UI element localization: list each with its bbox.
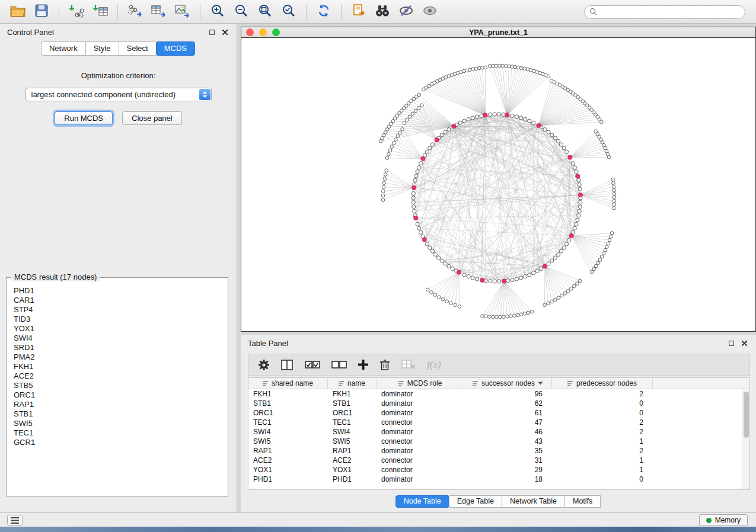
tab-node-table[interactable]: Node Table (395, 495, 449, 508)
table-row[interactable]: YOX1YOX1connector291 (248, 465, 749, 475)
table-row[interactable]: FKH1FKH1dominator962 (248, 389, 749, 399)
close-panel-icon[interactable] (739, 338, 749, 348)
control-panel: Control Panel Network Style Select MCDS … (0, 24, 237, 512)
show-panels-button[interactable] (7, 515, 23, 525)
zoom-in-icon (210, 4, 225, 20)
table-cell: PHD1 (328, 475, 377, 483)
column-header-mcds-role[interactable]: MCDS role (377, 378, 464, 389)
table-row[interactable]: SWI4SWI4dominator462 (248, 427, 749, 437)
column-header-shared-name[interactable]: shared name (248, 378, 328, 389)
mcds-result-item[interactable]: STB5 (14, 381, 228, 390)
delete-column-button[interactable] (379, 359, 390, 371)
mcds-result-item[interactable]: TID3 (14, 315, 228, 324)
tab-network[interactable]: Network (41, 41, 86, 56)
tab-mcds[interactable]: MCDS (156, 41, 195, 56)
table-row[interactable]: STB1STB1dominator620 (248, 399, 749, 408)
close-panel-button[interactable]: Close panel (122, 111, 182, 125)
zoom-fit-button[interactable] (253, 2, 277, 21)
add-column-button[interactable] (358, 360, 368, 370)
sort-icon (339, 380, 344, 386)
table-cell: dominator (377, 409, 464, 417)
mcds-result-item[interactable]: TEC1 (14, 428, 228, 438)
float-panel-icon[interactable] (726, 338, 736, 348)
table-cell: dominator (377, 390, 464, 398)
mcds-result-item[interactable]: PHD1 (14, 286, 228, 296)
window-maximize-icon[interactable] (272, 28, 280, 36)
table-row[interactable]: TEC1TEC1connector472 (248, 418, 749, 427)
save-session-button[interactable] (30, 2, 53, 21)
table-row[interactable]: SWI5SWI5connector431 (248, 437, 749, 446)
close-panel-icon[interactable] (220, 27, 229, 37)
tab-style[interactable]: Style (85, 41, 119, 56)
refresh-button[interactable] (312, 2, 336, 21)
mcds-result-item[interactable]: SWI5 (14, 419, 228, 428)
mcds-result-item[interactable]: PMA2 (14, 352, 228, 362)
table-row[interactable]: PHD1PHD1dominator180 (248, 475, 749, 484)
mcds-result-item[interactable]: STB1 (14, 409, 228, 419)
desktop-background (0, 527, 756, 532)
column-header-predecessor-nodes[interactable]: predecessor nodes (552, 378, 653, 389)
mcds-result-item[interactable]: FKH1 (14, 362, 228, 371)
table-scrollbar[interactable] (742, 389, 749, 489)
mcds-result-item[interactable]: GCR1 (14, 438, 228, 447)
hide-graphics-details-button[interactable] (394, 2, 418, 21)
tab-select[interactable]: Select (119, 41, 157, 56)
mcds-result-item[interactable]: RAP1 (14, 400, 228, 409)
main-toolbar (0, 0, 756, 24)
zoom-in-button[interactable] (206, 2, 229, 21)
import-network-button[interactable] (65, 2, 88, 21)
mcds-result-item[interactable]: STP4 (14, 305, 228, 315)
table-row[interactable]: RAP1RAP1dominator352 (248, 446, 749, 456)
tab-network-table[interactable]: Network Table (502, 495, 565, 508)
column-header-successor-nodes[interactable]: successor nodes (464, 378, 552, 389)
zoom-selected-button[interactable] (277, 2, 301, 21)
select-all-button[interactable] (305, 361, 320, 369)
search-icon (589, 7, 597, 18)
network-snapshot-button[interactable] (347, 2, 371, 21)
export-network-button[interactable] (123, 2, 147, 21)
search-input[interactable] (600, 8, 745, 17)
criterion-dropdown[interactable]: largest connected component (undirected) (25, 88, 212, 101)
mcds-result-item[interactable]: SRD1 (14, 343, 228, 352)
memory-button[interactable]: Memory (699, 514, 748, 526)
zoom-out-button[interactable] (229, 2, 253, 21)
table-cell: 1 (552, 456, 653, 464)
float-panel-icon[interactable] (207, 27, 216, 37)
toolbar-separator (341, 4, 342, 20)
zoom-out-icon (234, 4, 248, 20)
table-cell: YOX1 (248, 466, 328, 474)
refresh-icon (317, 4, 331, 20)
mcds-result-item[interactable]: CAR1 (14, 296, 228, 305)
mcds-result-item[interactable]: ACE2 (14, 371, 228, 381)
show-columns-button[interactable] (281, 360, 294, 370)
export-image-button[interactable] (171, 2, 194, 21)
mcds-result-item[interactable]: SWI4 (14, 334, 228, 343)
column-header-name[interactable]: name (328, 378, 377, 389)
export-table-button[interactable] (147, 2, 171, 21)
table-cell: STB1 (328, 399, 377, 408)
mcds-result-item[interactable]: YOX1 (14, 324, 228, 334)
tab-motifs[interactable]: Motifs (564, 495, 601, 508)
table-cell: 0 (552, 409, 653, 417)
network-window-titlebar[interactable]: YPA_prune.txt_1 (241, 27, 755, 38)
window-close-icon[interactable] (246, 28, 254, 36)
open-file-button[interactable] (6, 2, 30, 21)
table-cell: dominator (377, 399, 464, 408)
table-row[interactable]: ORC1ORC1dominator610 (248, 408, 749, 418)
scrollbar-thumb[interactable] (744, 392, 749, 438)
deselect-all-button[interactable] (331, 361, 347, 369)
table-row[interactable]: ACE2ACE2connector311 (248, 456, 749, 465)
show-graphics-details-button[interactable] (418, 2, 442, 21)
table-cell: ORC1 (328, 409, 377, 417)
table-settings-button[interactable] (258, 359, 270, 371)
tab-edge-table[interactable]: Edge Table (449, 495, 502, 508)
mcds-result-item[interactable]: ORC1 (14, 390, 228, 400)
import-table-icon (92, 4, 108, 20)
run-mcds-button[interactable]: Run MCDS (55, 111, 113, 125)
network-canvas[interactable] (241, 38, 755, 331)
window-minimize-icon[interactable] (259, 28, 267, 36)
table-cell: ACE2 (328, 456, 377, 464)
search-network-button[interactable] (371, 2, 394, 21)
global-search-field[interactable] (584, 5, 745, 19)
import-table-button[interactable] (88, 2, 112, 21)
